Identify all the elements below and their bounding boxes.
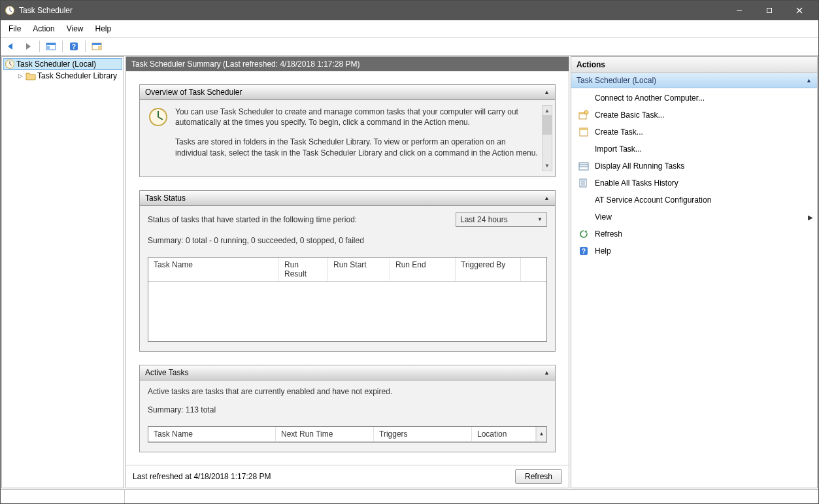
tree-root-node[interactable]: Task Scheduler (Local) [3,58,122,70]
action-import-task[interactable]: • Import Task... [571,141,817,158]
action-label: Connect to Another Computer... [595,93,705,103]
maximize-button[interactable] [754,1,784,20]
action-label: Create Task... [595,127,643,137]
active-tasks-panel: Active Tasks ▲ Active tasks are tasks th… [139,365,556,452]
time-period-dropdown[interactable]: Last 24 hours ▼ [456,212,547,227]
refresh-button[interactable]: Refresh [515,469,562,484]
col-task-name[interactable]: Task Name [148,427,276,441]
col-next-run-time[interactable]: Next Run Time [276,427,374,441]
task-status-title: Task Status [145,193,186,203]
scroll-down-icon[interactable]: ▼ [543,161,552,171]
svg-rect-14 [98,46,101,49]
action-label: Import Task... [595,144,642,154]
svg-rect-25 [580,128,588,130]
svg-rect-13 [92,43,101,45]
col-triggered-by[interactable]: Triggered By [456,258,521,281]
active-tasks-header[interactable]: Active Tasks ▲ [140,365,555,380]
col-triggers[interactable]: Triggers [374,427,472,441]
action-display-running-tasks[interactable]: Display All Running Tasks [571,158,817,175]
action-label: View [595,212,612,222]
console-tree[interactable]: Task Scheduler (Local) ▷ Task Scheduler … [1,56,124,488]
action-label: Help [595,246,611,256]
tree-child-label: Task Scheduler Library [37,71,117,80]
scroll-up-icon[interactable]: ▲ [543,106,552,115]
status-bar [1,489,818,503]
action-refresh[interactable]: Refresh [571,226,817,243]
clock-icon [5,59,15,69]
overview-panel: Overview of Task Scheduler ▲ You can use… [139,84,556,177]
actions-pane: Actions Task Scheduler (Local) ▲ • Conne… [571,56,818,488]
actions-group-title: Task Scheduler (Local) [577,76,656,85]
submenu-arrow-icon: ▶ [808,214,813,221]
overview-title: Overview of Task Scheduler [145,88,242,97]
collapse-icon: ▲ [544,369,550,376]
help-icon: ? [578,245,590,257]
active-tasks-grid[interactable]: Task Name Next Run Time Triggers Locatio… [148,426,547,443]
overview-paragraph-1: You can use Task Scheduler to create and… [175,107,539,127]
action-enable-tasks-history[interactable]: Enable All Tasks History [571,175,817,192]
menu-action[interactable]: Action [27,23,59,35]
active-tasks-prompt: Active tasks are tasks that are currentl… [148,387,547,396]
action-label: Enable All Tasks History [595,178,678,188]
task-status-grid[interactable]: Task Name Run Result Run Start Run End T… [148,257,547,342]
show-hide-action-pane-button[interactable] [89,39,105,54]
scroll-thumb[interactable] [543,115,552,135]
action-connect-computer[interactable]: • Connect to Another Computer... [571,90,817,107]
action-create-task[interactable]: Create Task... [571,124,817,141]
close-button[interactable] [784,1,814,20]
help-button[interactable]: ? [66,39,82,54]
action-label: Create Basic Task... [595,110,665,120]
back-button[interactable] [3,39,19,54]
expander-icon[interactable]: ▷ [16,72,24,80]
active-tasks-title: Active Tasks [145,368,188,377]
show-hide-console-tree-button[interactable] [43,39,59,54]
task-status-prompt: Status of tasks that have started in the… [148,215,357,224]
action-label: Refresh [595,229,622,239]
action-create-basic-task[interactable]: Create Basic Task... [571,107,817,124]
menu-help[interactable]: Help [90,23,117,35]
history-icon [578,177,590,189]
folder-icon [25,71,36,81]
scroll-up-icon[interactable]: ▲ [536,427,546,441]
create-basic-task-icon [578,109,590,121]
summary-footer: Last refreshed at 4/18/2018 1:17:28 PM R… [126,465,569,488]
summary-body[interactable]: Overview of Task Scheduler ▲ You can use… [126,71,569,465]
col-run-start[interactable]: Run Start [328,258,390,281]
overview-panel-header[interactable]: Overview of Task Scheduler ▲ [140,85,555,100]
svg-text:?: ? [582,248,586,255]
col-run-result[interactable]: Run Result [279,258,328,281]
action-at-service-config[interactable]: • AT Service Account Configuration [571,192,817,209]
toolbar-separator [85,41,86,52]
active-tasks-summary: Summary: 113 total [148,405,547,414]
col-location[interactable]: Location [472,427,536,441]
app-icon [5,5,15,16]
overview-scrollbar[interactable]: ▲ ▼ [542,105,552,171]
col-task-name[interactable]: Task Name [148,258,279,281]
collapse-icon: ▲ [806,77,812,84]
menu-view[interactable]: View [61,23,89,35]
action-label: Display All Running Tasks [595,161,684,171]
status-segment [1,490,125,503]
action-label: AT Service Account Configuration [595,195,711,205]
toolbar-separator [62,41,63,52]
collapse-icon: ▲ [544,89,550,95]
menu-file[interactable]: File [3,23,26,35]
action-help[interactable]: ? Help [571,243,817,260]
time-period-value: Last 24 hours [460,215,508,224]
task-status-summary: Summary: 0 total - 0 running, 0 succeede… [148,236,547,245]
window-titlebar: Task Scheduler [1,1,818,20]
summary-pane: Task Scheduler Summary (Last refreshed: … [125,56,569,488]
col-run-end[interactable]: Run End [390,258,456,281]
action-view[interactable]: • View ▶ [571,209,817,226]
actions-group-header[interactable]: Task Scheduler (Local) ▲ [571,73,817,88]
toolbar-separator [39,41,40,52]
task-status-header[interactable]: Task Status ▲ [140,191,555,206]
toolbar: ? [1,38,818,56]
minimize-button[interactable] [724,1,754,20]
tree-child-node[interactable]: ▷ Task Scheduler Library [15,70,122,82]
create-task-icon [578,126,590,138]
forward-button[interactable] [20,39,36,54]
summary-header: Task Scheduler Summary (Last refreshed: … [126,57,569,71]
svg-rect-8 [46,43,56,45]
refresh-icon [578,228,590,240]
